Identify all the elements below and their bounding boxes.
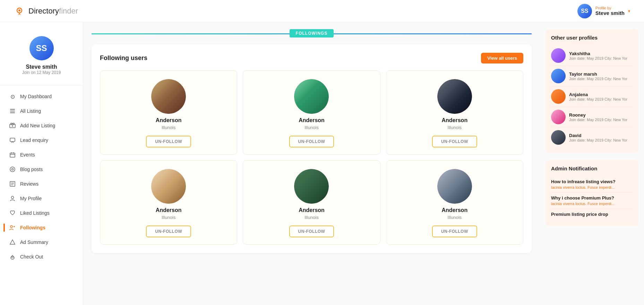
other-user-meta: Join date: May 2019 City: New Yor: [569, 56, 627, 60]
user-card-avatar: [437, 169, 472, 204]
other-user-name: Taylor marsh: [569, 71, 627, 77]
sidebar-item-check-out[interactable]: Check Out: [3, 249, 79, 264]
user-card: Anderson Illunois UN-FOLLOW: [243, 160, 380, 245]
svg-rect-11: [10, 153, 15, 157]
sidebar-item-all-listing[interactable]: All Listing: [3, 104, 79, 118]
user-card-name: Anderson: [156, 117, 182, 124]
sidebar-item-blog-posts[interactable]: Blog posts: [3, 162, 79, 177]
user-card-name: Anderson: [441, 207, 467, 213]
other-profiles-section: Other user profiles Yakshitha Join date:…: [546, 29, 638, 153]
svg-point-1: [18, 9, 20, 11]
user-card-avatar: [151, 79, 186, 114]
sidebar-username: Steve smith: [26, 64, 57, 70]
sidebar-item-dashboard[interactable]: ⊙ My Dashboard: [3, 89, 79, 104]
admin-notif-text: lacinia viverra loctus. Fusce imperdi...: [551, 185, 633, 189]
user-card-name: Anderson: [299, 117, 325, 124]
sidebar-item-ad-summary[interactable]: Ad Summary: [3, 235, 79, 249]
unfollow-button[interactable]: UN-FOLLOW: [289, 226, 334, 237]
unfollow-button[interactable]: UN-FOLLOW: [146, 226, 191, 237]
profile-icon: [9, 195, 16, 202]
user-card: Anderson Illunois UN-FOLLOW: [243, 70, 380, 155]
section-title: Following users: [100, 54, 147, 62]
sidebar-item-label: Reviews: [20, 181, 38, 187]
other-user-item[interactable]: Rooney Join date: May 2019 City: New Yor: [551, 107, 633, 127]
main-content: FOLLOWINGS Following users View all user…: [83, 22, 540, 305]
user-card-name: Anderson: [441, 117, 467, 124]
user-card: Anderson Illunois UN-FOLLOW: [386, 70, 523, 155]
sidebar-item-my-profile[interactable]: My Profile: [3, 191, 79, 206]
sidebar-item-liked-listings[interactable]: Liked Listings: [3, 206, 79, 220]
other-user-avatar: [551, 110, 566, 124]
right-panel: Other user profiles Yakshitha Join date:…: [540, 22, 644, 305]
sidebar-user: SS Steve smith Join on 12 May 2019: [0, 29, 83, 86]
admin-notif-title: How to infrease listing views?: [551, 179, 633, 184]
following-section: Following users View all users Anderson …: [92, 44, 532, 253]
user-card-avatar: [294, 79, 329, 114]
header-profile-name: Steve smith: [595, 10, 625, 16]
sidebar: SS Steve smith Join on 12 May 2019 ⊙ My …: [0, 22, 83, 305]
dropdown-icon: ▾: [628, 9, 630, 14]
other-user-item[interactable]: Anjalena Join date: May 2019 City: New Y…: [551, 86, 633, 107]
svg-rect-7: [13, 123, 14, 125]
add-listing-icon: [9, 122, 16, 129]
sidebar-item-events[interactable]: Events: [3, 147, 79, 162]
sidebar-item-add-new-listing[interactable]: Add New Listing: [3, 118, 79, 133]
admin-notif-item[interactable]: Why i choose Premium Plus? lacinia viver…: [551, 193, 633, 209]
sidebar-item-label: Check Out: [20, 254, 43, 260]
user-card-name: Anderson: [156, 207, 182, 213]
admin-notif-item[interactable]: Premium listing price drop: [551, 209, 633, 221]
logo[interactable]: Directoryfinder: [14, 6, 78, 17]
logo-icon: [14, 6, 25, 17]
other-user-item[interactable]: Yakshitha Join date: May 2019 City: New …: [551, 45, 633, 66]
other-user-item[interactable]: David Join date: May 2019 City: New Yor: [551, 127, 633, 147]
sidebar-item-reviews[interactable]: Reviews: [3, 177, 79, 191]
other-user-name: Rooney: [569, 112, 627, 118]
user-card-avatar: [151, 169, 186, 204]
other-user-avatar: [551, 69, 566, 83]
user-card-location: Illunois: [162, 125, 175, 130]
lead-enquiry-icon: [9, 137, 16, 144]
svg-rect-6: [11, 123, 12, 125]
view-all-button[interactable]: View all users: [481, 53, 523, 63]
header-profile-info: Profile by Steve smith: [595, 6, 625, 16]
blog-icon: [9, 166, 16, 173]
unfollow-button[interactable]: UN-FOLLOW: [432, 226, 477, 237]
admin-notification-section: Admin Notification How to infrease listi…: [546, 160, 638, 226]
sidebar-nav: ⊙ My Dashboard All Listing Add New Listi…: [0, 89, 83, 264]
user-card-location: Illunois: [448, 215, 462, 220]
liked-icon: [9, 210, 16, 217]
sidebar-item-followings[interactable]: Followings: [3, 220, 79, 235]
other-user-info: Rooney Join date: May 2019 City: New Yor: [569, 112, 627, 122]
sidebar-item-label: Followings: [20, 225, 45, 230]
other-user-meta: Join date: May 2019 City: New Yor: [569, 138, 627, 142]
other-user-info: Anjalena Join date: May 2019 City: New Y…: [569, 92, 627, 101]
svg-marker-25: [10, 240, 15, 244]
unfollow-button[interactable]: UN-FOLLOW: [146, 136, 191, 147]
sidebar-item-label: Blog posts: [20, 167, 43, 172]
other-user-meta: Join date: May 2019 City: New Yor: [569, 97, 627, 101]
sidebar-item-label: All Listing: [20, 108, 41, 114]
followings-badge: FOLLOWINGS: [290, 29, 334, 37]
other-user-name: Anjalena: [569, 92, 627, 97]
other-user-name: Yakshitha: [569, 51, 627, 56]
user-card: Anderson Illunois UN-FOLLOW: [386, 160, 523, 245]
sidebar-item-label: My Profile: [20, 196, 42, 201]
header-profile[interactable]: SS Profile by Steve smith ▾: [577, 4, 630, 18]
user-card-avatar: [437, 79, 472, 114]
ad-summary-icon: [9, 239, 16, 246]
svg-point-16: [12, 169, 14, 170]
svg-rect-4: [10, 112, 15, 113]
user-card: Anderson Illunois UN-FOLLOW: [100, 160, 237, 245]
admin-notif-text: lacinia viverra loctus. Fusce imperdi...: [551, 202, 633, 206]
other-user-item[interactable]: Taylor marsh Join date: May 2019 City: N…: [551, 66, 633, 86]
admin-notif-item[interactable]: How to infrease listing views? lacinia v…: [551, 176, 633, 193]
unfollow-button[interactable]: UN-FOLLOW: [432, 136, 477, 147]
other-profiles-title: Other user profiles: [551, 35, 633, 41]
events-icon: [9, 151, 16, 158]
other-user-info: Taylor marsh Join date: May 2019 City: N…: [569, 71, 627, 81]
sidebar-item-label: Liked Listings: [20, 210, 50, 216]
svg-rect-10: [10, 138, 15, 142]
other-user-info: Yakshitha Join date: May 2019 City: New …: [569, 51, 627, 60]
sidebar-item-lead-enquiry[interactable]: Lead enquiry: [3, 133, 79, 147]
unfollow-button[interactable]: UN-FOLLOW: [289, 136, 334, 147]
